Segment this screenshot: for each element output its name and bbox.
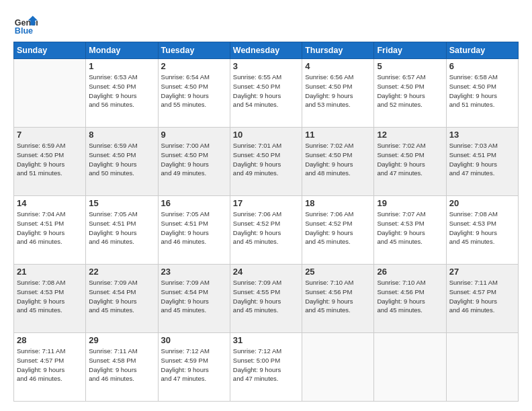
day-number: 19 (377, 198, 443, 208)
day-info: Sunrise: 7:09 AM Sunset: 4:54 PM Dayligh… (161, 278, 227, 315)
calendar-cell: 16Sunrise: 7:05 AM Sunset: 4:51 PM Dayli… (158, 196, 230, 265)
weekday-header-row: SundayMondayTuesdayWednesdayThursdayFrid… (14, 42, 519, 59)
calendar-cell: 5Sunrise: 6:57 AM Sunset: 4:50 PM Daylig… (374, 59, 446, 128)
calendar-cell: 14Sunrise: 7:04 AM Sunset: 4:51 PM Dayli… (14, 196, 86, 265)
day-info: Sunrise: 7:12 AM Sunset: 4:59 PM Dayligh… (161, 347, 227, 383)
day-info: Sunrise: 7:09 AM Sunset: 4:55 PM Dayligh… (233, 278, 299, 315)
calendar-cell: 10Sunrise: 7:01 AM Sunset: 4:50 PM Dayli… (230, 128, 302, 196)
day-info: Sunrise: 7:07 AM Sunset: 4:53 PM Dayligh… (377, 210, 443, 246)
header: General Blue (13, 12, 519, 36)
logo-icon: General Blue (13, 12, 38, 36)
calendar-cell: 23Sunrise: 7:09 AM Sunset: 4:54 PM Dayli… (158, 265, 230, 333)
day-number: 23 (161, 267, 227, 277)
weekday-sunday: Sunday (14, 42, 86, 59)
day-info: Sunrise: 7:02 AM Sunset: 4:50 PM Dayligh… (305, 141, 371, 178)
day-number: 10 (233, 130, 299, 140)
day-info: Sunrise: 7:03 AM Sunset: 4:51 PM Dayligh… (449, 141, 515, 178)
calendar-cell: 19Sunrise: 7:07 AM Sunset: 4:53 PM Dayli… (374, 196, 446, 265)
day-info: Sunrise: 6:58 AM Sunset: 4:50 PM Dayligh… (449, 73, 515, 109)
day-info: Sunrise: 6:57 AM Sunset: 4:50 PM Dayligh… (377, 73, 443, 109)
day-number: 13 (449, 130, 515, 140)
calendar-cell: 11Sunrise: 7:02 AM Sunset: 4:50 PM Dayli… (302, 128, 374, 196)
calendar-cell: 27Sunrise: 7:11 AM Sunset: 4:57 PM Dayli… (446, 265, 518, 333)
day-info: Sunrise: 6:56 AM Sunset: 4:50 PM Dayligh… (305, 73, 371, 109)
logo: General Blue (13, 12, 38, 36)
day-info: Sunrise: 6:53 AM Sunset: 4:50 PM Dayligh… (89, 73, 154, 109)
calendar-table: SundayMondayTuesdayWednesdayThursdayFrid… (13, 42, 519, 402)
day-info: Sunrise: 7:11 AM Sunset: 4:58 PM Dayligh… (89, 347, 154, 383)
calendar-cell: 6Sunrise: 6:58 AM Sunset: 4:50 PM Daylig… (446, 59, 518, 128)
calendar-week-row: 14Sunrise: 7:04 AM Sunset: 4:51 PM Dayli… (14, 196, 519, 265)
calendar-cell (302, 333, 374, 402)
calendar-cell: 1Sunrise: 6:53 AM Sunset: 4:50 PM Daylig… (86, 59, 158, 128)
calendar-cell: 13Sunrise: 7:03 AM Sunset: 4:51 PM Dayli… (446, 128, 518, 196)
calendar-cell: 21Sunrise: 7:08 AM Sunset: 4:53 PM Dayli… (14, 265, 86, 333)
day-number: 27 (449, 267, 515, 277)
day-info: Sunrise: 7:11 AM Sunset: 4:57 PM Dayligh… (17, 347, 83, 383)
day-number: 1 (89, 61, 154, 71)
calendar-cell: 28Sunrise: 7:11 AM Sunset: 4:57 PM Dayli… (14, 333, 86, 402)
day-number: 14 (17, 198, 83, 208)
day-info: Sunrise: 7:08 AM Sunset: 4:53 PM Dayligh… (17, 278, 83, 315)
day-number: 20 (449, 198, 515, 208)
calendar-cell: 7Sunrise: 6:59 AM Sunset: 4:50 PM Daylig… (14, 128, 86, 196)
day-number: 2 (161, 61, 227, 71)
day-info: Sunrise: 7:10 AM Sunset: 4:56 PM Dayligh… (377, 278, 443, 315)
day-info: Sunrise: 7:12 AM Sunset: 5:00 PM Dayligh… (233, 347, 299, 383)
calendar-cell: 2Sunrise: 6:54 AM Sunset: 4:50 PM Daylig… (158, 59, 230, 128)
day-number: 5 (377, 61, 443, 71)
day-number: 16 (161, 198, 227, 208)
weekday-saturday: Saturday (446, 42, 518, 59)
calendar-week-row: 7Sunrise: 6:59 AM Sunset: 4:50 PM Daylig… (14, 128, 519, 196)
calendar-cell (14, 59, 86, 128)
day-number: 25 (305, 267, 371, 277)
weekday-thursday: Thursday (302, 42, 374, 59)
day-info: Sunrise: 7:04 AM Sunset: 4:51 PM Dayligh… (17, 210, 83, 246)
calendar-cell (374, 333, 446, 402)
calendar-cell: 15Sunrise: 7:05 AM Sunset: 4:51 PM Dayli… (86, 196, 158, 265)
svg-text:Blue: Blue (15, 26, 33, 36)
calendar-cell: 20Sunrise: 7:08 AM Sunset: 4:53 PM Dayli… (446, 196, 518, 265)
day-info: Sunrise: 7:05 AM Sunset: 4:51 PM Dayligh… (89, 210, 154, 246)
calendar-cell: 8Sunrise: 6:59 AM Sunset: 4:50 PM Daylig… (86, 128, 158, 196)
calendar-week-row: 1Sunrise: 6:53 AM Sunset: 4:50 PM Daylig… (14, 59, 519, 128)
day-number: 18 (305, 198, 371, 208)
weekday-friday: Friday (374, 42, 446, 59)
day-number: 12 (377, 130, 443, 140)
day-number: 8 (89, 130, 154, 140)
day-info: Sunrise: 7:06 AM Sunset: 4:52 PM Dayligh… (305, 210, 371, 246)
day-info: Sunrise: 7:09 AM Sunset: 4:54 PM Dayligh… (89, 278, 154, 315)
day-number: 30 (161, 335, 227, 345)
weekday-wednesday: Wednesday (230, 42, 302, 59)
day-number: 24 (233, 267, 299, 277)
day-number: 26 (377, 267, 443, 277)
calendar-cell: 26Sunrise: 7:10 AM Sunset: 4:56 PM Dayli… (374, 265, 446, 333)
calendar-cell: 24Sunrise: 7:09 AM Sunset: 4:55 PM Dayli… (230, 265, 302, 333)
calendar-cell: 30Sunrise: 7:12 AM Sunset: 4:59 PM Dayli… (158, 333, 230, 402)
day-number: 9 (161, 130, 227, 140)
day-info: Sunrise: 7:05 AM Sunset: 4:51 PM Dayligh… (161, 210, 227, 246)
day-info: Sunrise: 6:55 AM Sunset: 4:50 PM Dayligh… (233, 73, 299, 109)
day-number: 31 (233, 335, 299, 345)
day-info: Sunrise: 7:08 AM Sunset: 4:53 PM Dayligh… (449, 210, 515, 246)
day-info: Sunrise: 6:59 AM Sunset: 4:50 PM Dayligh… (89, 141, 154, 178)
day-info: Sunrise: 6:54 AM Sunset: 4:50 PM Dayligh… (161, 73, 227, 109)
day-number: 3 (233, 61, 299, 71)
calendar-cell (446, 333, 518, 402)
day-number: 22 (89, 267, 154, 277)
day-number: 28 (17, 335, 83, 345)
calendar-cell: 12Sunrise: 7:02 AM Sunset: 4:50 PM Dayli… (374, 128, 446, 196)
day-number: 15 (89, 198, 154, 208)
day-number: 7 (17, 130, 83, 140)
calendar-cell: 18Sunrise: 7:06 AM Sunset: 4:52 PM Dayli… (302, 196, 374, 265)
day-info: Sunrise: 6:59 AM Sunset: 4:50 PM Dayligh… (17, 141, 83, 178)
calendar-cell: 4Sunrise: 6:56 AM Sunset: 4:50 PM Daylig… (302, 59, 374, 128)
day-number: 17 (233, 198, 299, 208)
day-number: 4 (305, 61, 371, 71)
day-info: Sunrise: 7:00 AM Sunset: 4:50 PM Dayligh… (161, 141, 227, 178)
calendar-week-row: 21Sunrise: 7:08 AM Sunset: 4:53 PM Dayli… (14, 265, 519, 333)
calendar-cell: 3Sunrise: 6:55 AM Sunset: 4:50 PM Daylig… (230, 59, 302, 128)
calendar-cell: 22Sunrise: 7:09 AM Sunset: 4:54 PM Dayli… (86, 265, 158, 333)
day-number: 21 (17, 267, 83, 277)
weekday-tuesday: Tuesday (158, 42, 230, 59)
